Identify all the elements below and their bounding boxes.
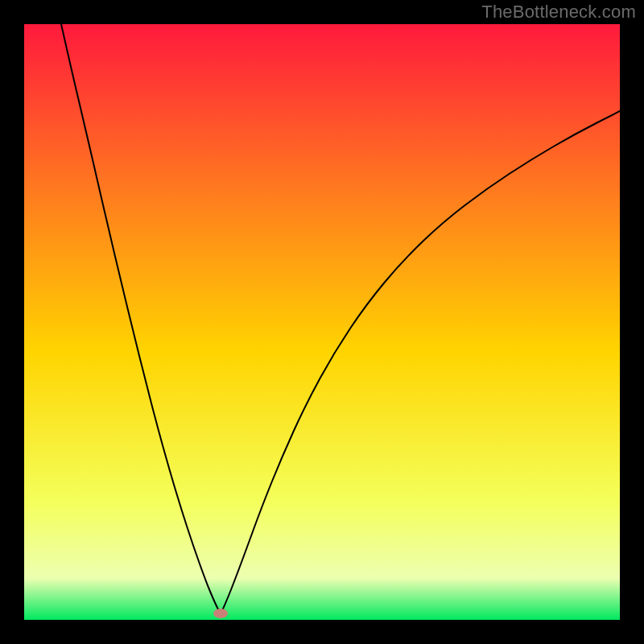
plot-area [24,24,620,620]
minimum-marker [213,609,228,618]
watermark-label: TheBottleneck.com [481,2,636,23]
gradient-background [24,24,620,620]
chart-frame: TheBottleneck.com [0,0,644,644]
chart-svg [24,24,620,620]
